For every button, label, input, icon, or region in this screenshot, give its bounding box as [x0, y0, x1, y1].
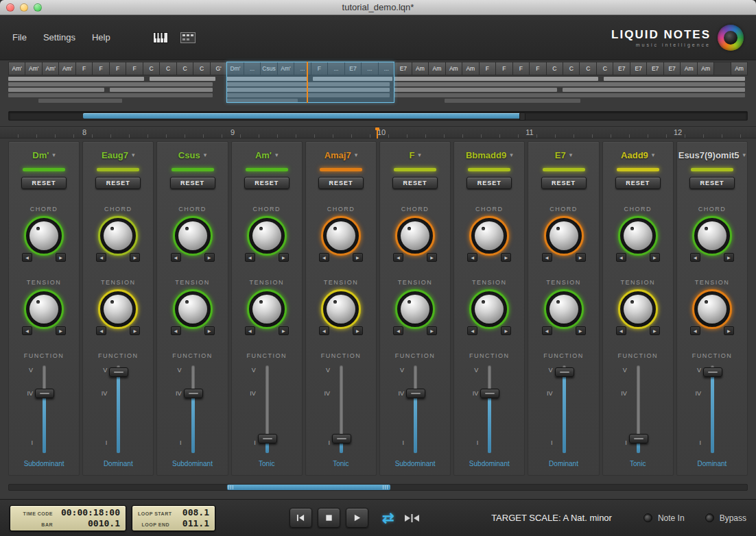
bypass-toggle[interactable]: Bypass — [705, 513, 746, 523]
tension-knob[interactable] — [618, 289, 658, 329]
chord-cell[interactable]: Am — [698, 62, 714, 75]
chord-cell[interactable]: C — [193, 62, 210, 75]
function-slider[interactable]: V IV I — [677, 364, 747, 459]
tension-knob[interactable] — [173, 289, 213, 329]
close-button[interactable] — [6, 3, 14, 12]
chord-prev-button[interactable]: ◀ — [171, 253, 181, 262]
function-slider-handle[interactable] — [480, 389, 499, 398]
function-slider[interactable]: V IV I — [232, 364, 302, 459]
chord-cell[interactable]: Am — [681, 62, 697, 75]
chord-prev-button[interactable]: ◀ — [319, 253, 329, 262]
chord-knob[interactable] — [24, 216, 64, 256]
chord-cell[interactable]: F — [110, 62, 126, 75]
chord-next-button[interactable]: ▶ — [576, 253, 586, 262]
chord-cell[interactable]: E7 — [395, 62, 412, 75]
tension-prev-button[interactable]: ◀ — [245, 326, 255, 335]
tension-next-button[interactable]: ▶ — [501, 326, 511, 335]
function-slider-handle[interactable] — [35, 389, 54, 398]
chord-knob[interactable] — [321, 216, 361, 256]
chord-next-button[interactable]: ▶ — [724, 253, 734, 262]
tension-next-button[interactable]: ▶ — [130, 326, 140, 335]
tension-knob[interactable] — [395, 289, 435, 329]
tension-knob[interactable] — [321, 289, 361, 329]
chord-name-dropdown[interactable]: Aadd9 ▾ — [621, 147, 654, 162]
chord-name-dropdown[interactable]: F ▾ — [409, 147, 421, 162]
chord-next-button[interactable]: ▶ — [56, 253, 66, 262]
function-slider-handle[interactable] — [555, 367, 574, 377]
chord-next-button[interactable]: ▶ — [130, 253, 140, 262]
chord-cell[interactable]: E7 — [630, 62, 647, 75]
chord-cell[interactable]: Am' — [8, 62, 25, 75]
function-slider-handle[interactable] — [184, 389, 203, 398]
tension-next-button[interactable]: ▶ — [650, 326, 660, 335]
chord-name-dropdown[interactable]: Eaug7 ▾ — [102, 147, 135, 162]
function-slider-handle[interactable] — [629, 434, 648, 443]
function-slider-handle[interactable] — [406, 389, 425, 398]
reset-button[interactable]: RESET — [21, 177, 67, 189]
chord-cell[interactable]: F — [480, 62, 496, 75]
reset-button[interactable]: RESET — [541, 177, 587, 189]
chord-cell[interactable]: F — [126, 62, 143, 75]
chord-next-button[interactable]: ▶ — [279, 253, 289, 262]
selection-region[interactable] — [226, 62, 394, 103]
function-slider[interactable]: V IV I — [380, 364, 450, 459]
tension-knob[interactable] — [544, 289, 584, 329]
chord-name-dropdown[interactable]: Csus ▾ — [178, 147, 206, 162]
zoom-button[interactable] — [34, 3, 42, 12]
chord-cell[interactable]: C — [563, 62, 580, 75]
chord-prev-button[interactable]: ◀ — [690, 253, 700, 262]
function-slider-handle[interactable] — [703, 367, 722, 377]
chord-knob[interactable] — [618, 216, 658, 256]
tension-next-button[interactable]: ▶ — [56, 326, 66, 335]
chord-knob[interactable] — [692, 216, 732, 256]
chord-cell[interactable]: Am — [429, 62, 445, 75]
tension-next-button[interactable]: ▶ — [427, 326, 437, 335]
tension-prev-button[interactable]: ◀ — [319, 326, 329, 335]
tension-next-button[interactable]: ▶ — [204, 326, 215, 335]
punch-in-out-icon[interactable] — [404, 513, 420, 523]
chord-knob[interactable] — [173, 216, 213, 256]
stop-button[interactable] — [318, 508, 340, 528]
function-slider-handle[interactable] — [332, 434, 351, 443]
tension-next-button[interactable]: ▶ — [353, 326, 363, 335]
reset-button[interactable]: RESET — [318, 177, 364, 189]
chord-name-dropdown[interactable]: Dm' ▾ — [32, 147, 56, 162]
chord-cell[interactable]: C — [160, 62, 176, 75]
chord-knob[interactable] — [98, 216, 138, 256]
function-slider[interactable]: V IV I — [603, 364, 673, 459]
chord-prev-button[interactable]: ◀ — [542, 253, 552, 262]
tension-prev-button[interactable]: ◀ — [616, 326, 626, 335]
note-in-toggle[interactable]: Note In — [643, 513, 685, 523]
tension-prev-button[interactable]: ◀ — [542, 326, 552, 335]
chord-cell[interactable]: Am — [412, 62, 429, 75]
chord-cell[interactable]: E7 — [613, 62, 630, 75]
reset-button[interactable]: RESET — [689, 177, 735, 189]
reset-button[interactable]: RESET — [392, 177, 438, 189]
tension-prev-button[interactable]: ◀ — [171, 326, 181, 335]
tension-prev-button[interactable]: ◀ — [22, 326, 32, 335]
reset-button[interactable]: RESET — [170, 177, 215, 189]
chord-next-button[interactable]: ▶ — [427, 253, 437, 262]
chord-next-button[interactable]: ▶ — [650, 253, 660, 262]
chord-next-button[interactable]: ▶ — [501, 253, 511, 262]
chord-prev-button[interactable]: ◀ — [616, 253, 626, 262]
function-slider[interactable]: V IV I — [157, 364, 227, 459]
minimize-button[interactable] — [20, 3, 28, 12]
function-slider[interactable]: V IV I — [83, 364, 153, 459]
chord-cell[interactable]: C — [547, 62, 563, 75]
reset-button[interactable]: RESET — [466, 177, 512, 189]
tension-prev-button[interactable]: ◀ — [96, 326, 106, 335]
function-slider[interactable]: V IV I — [528, 364, 598, 459]
chord-cell[interactable]: Am — [446, 62, 462, 75]
keyboard-view-icon[interactable] — [152, 31, 169, 45]
chord-cell[interactable]: C — [580, 62, 596, 75]
chord-name-dropdown[interactable]: Bbmadd9 ▾ — [466, 147, 513, 162]
chord-name-dropdown[interactable]: Esus7(9)omit5 ▾ — [678, 147, 746, 162]
chord-knob[interactable] — [247, 216, 287, 256]
tension-knob[interactable] — [247, 289, 287, 329]
chord-name-dropdown[interactable]: E7 ▾ — [555, 147, 572, 162]
chord-cell[interactable] — [714, 62, 731, 75]
chord-cell[interactable]: C — [177, 62, 193, 75]
reset-button[interactable]: RESET — [244, 177, 290, 189]
tension-knob[interactable] — [469, 289, 509, 329]
